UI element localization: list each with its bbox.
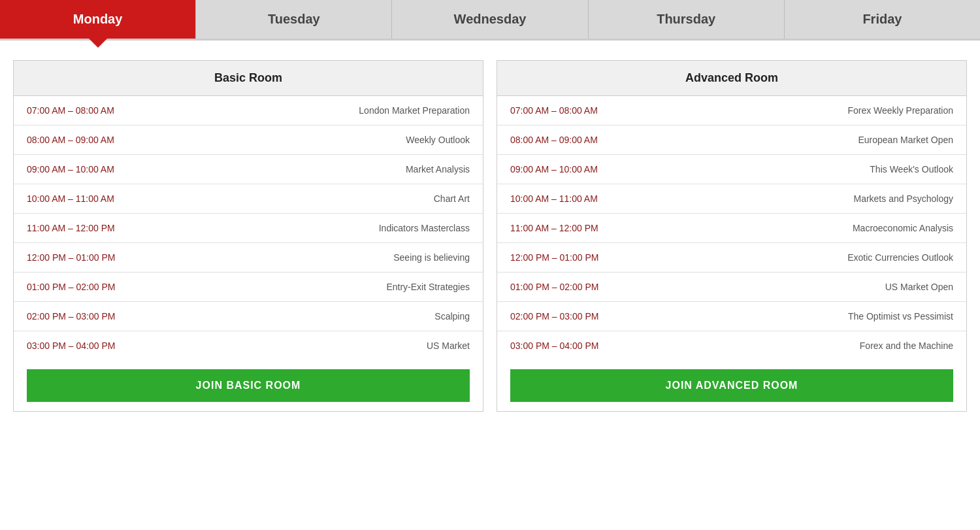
basic-room-title: Basic Room [14, 61, 483, 96]
session-name: Chart Art [434, 193, 470, 204]
advanced-schedule-row: 03:00 PM – 04:00 PMForex and the Machine [497, 331, 966, 360]
time-slot: 12:00 PM – 01:00 PM [27, 252, 131, 263]
time-slot: 09:00 AM – 10:00 AM [27, 164, 131, 174]
advanced-schedule-row: 09:00 AM – 10:00 AMThis Week's Outlook [497, 155, 966, 184]
advanced-schedule-row: 02:00 PM – 03:00 PMThe Optimist vs Pessi… [497, 302, 966, 331]
basic-schedule-row: 03:00 PM – 04:00 PMUS Market [14, 331, 483, 360]
tab-friday[interactable]: Friday [785, 0, 980, 39]
basic-schedule-row: 02:00 PM – 03:00 PMScalping [14, 302, 483, 331]
time-slot: 11:00 AM – 12:00 PM [27, 223, 131, 233]
advanced-room-schedule: 07:00 AM – 08:00 AMForex Weekly Preparat… [497, 96, 966, 360]
time-slot: 10:00 AM – 11:00 AM [27, 193, 131, 204]
time-slot: 11:00 AM – 12:00 PM [510, 223, 615, 233]
session-name: Scalping [434, 311, 470, 322]
session-name: US Market Open [885, 282, 953, 292]
time-slot: 03:00 PM – 04:00 PM [510, 340, 615, 351]
time-slot: 01:00 PM – 02:00 PM [510, 282, 615, 292]
time-slot: 03:00 PM – 04:00 PM [27, 340, 131, 351]
advanced-room-panel: Advanced Room 07:00 AM – 08:00 AMForex W… [497, 60, 967, 412]
session-name: Exotic Currencies Outlook [847, 252, 953, 263]
session-name: Indicators Masterclass [379, 223, 470, 233]
time-slot: 10:00 AM – 11:00 AM [510, 193, 615, 204]
day-tabs: MondayTuesdayWednesdayThursdayFriday [0, 0, 980, 41]
time-slot: 08:00 AM – 09:00 AM [510, 135, 615, 145]
time-slot: 01:00 PM – 02:00 PM [27, 282, 131, 292]
basic-schedule-row: 11:00 AM – 12:00 PMIndicators Masterclas… [14, 214, 483, 243]
basic-schedule-row: 07:00 AM – 08:00 AMLondon Market Prepara… [14, 96, 483, 125]
session-name: This Week's Outlook [870, 164, 953, 174]
time-slot: 09:00 AM – 10:00 AM [510, 164, 615, 174]
time-slot: 02:00 PM – 03:00 PM [510, 311, 615, 322]
basic-room-panel: Basic Room 07:00 AM – 08:00 AMLondon Mar… [13, 60, 483, 412]
advanced-room-title: Advanced Room [497, 61, 966, 96]
join-advanced-room-button[interactable]: JOIN ADVANCED ROOM [510, 369, 953, 402]
session-name: The Optimist vs Pessimist [848, 311, 953, 322]
session-name: Weekly Outlook [406, 135, 470, 145]
session-name: Forex Weekly Preparation [847, 105, 953, 116]
tab-thursday[interactable]: Thursday [589, 0, 785, 39]
basic-room-schedule: 07:00 AM – 08:00 AMLondon Market Prepara… [14, 96, 483, 360]
time-slot: 12:00 PM – 01:00 PM [510, 252, 615, 263]
time-slot: 02:00 PM – 03:00 PM [27, 311, 131, 322]
basic-schedule-row: 08:00 AM – 09:00 AMWeekly Outlook [14, 125, 483, 155]
time-slot: 08:00 AM – 09:00 AM [27, 135, 131, 145]
basic-schedule-row: 12:00 PM – 01:00 PMSeeing is believing [14, 243, 483, 273]
advanced-schedule-row: 12:00 PM – 01:00 PMExotic Currencies Out… [497, 243, 966, 273]
main-content: Basic Room 07:00 AM – 08:00 AMLondon Mar… [0, 41, 980, 425]
tab-wednesday[interactable]: Wednesday [392, 0, 588, 39]
session-name: London Market Preparation [359, 105, 470, 116]
session-name: Forex and the Machine [860, 340, 953, 351]
basic-schedule-row: 09:00 AM – 10:00 AMMarket Analysis [14, 155, 483, 184]
session-name: US Market [427, 340, 470, 351]
tab-tuesday[interactable]: Tuesday [196, 0, 392, 39]
session-name: Market Analysis [406, 164, 470, 174]
session-name: Seeing is believing [393, 252, 470, 263]
advanced-schedule-row: 11:00 AM – 12:00 PMMacroeconomic Analysi… [497, 214, 966, 243]
tab-monday[interactable]: Monday [0, 0, 196, 39]
basic-schedule-row: 01:00 PM – 02:00 PMEntry-Exit Strategies [14, 273, 483, 302]
time-slot: 07:00 AM – 08:00 AM [510, 105, 615, 116]
advanced-schedule-row: 08:00 AM – 09:00 AMEuropean Market Open [497, 125, 966, 155]
session-name: Entry-Exit Strategies [386, 282, 470, 292]
advanced-schedule-row: 01:00 PM – 02:00 PMUS Market Open [497, 273, 966, 302]
time-slot: 07:00 AM – 08:00 AM [27, 105, 131, 116]
session-name: Macroeconomic Analysis [853, 223, 953, 233]
session-name: Markets and Psychology [853, 193, 953, 204]
session-name: European Market Open [858, 135, 953, 145]
advanced-schedule-row: 10:00 AM – 11:00 AMMarkets and Psycholog… [497, 184, 966, 214]
basic-schedule-row: 10:00 AM – 11:00 AMChart Art [14, 184, 483, 214]
advanced-schedule-row: 07:00 AM – 08:00 AMForex Weekly Preparat… [497, 96, 966, 125]
join-basic-room-button[interactable]: JOIN BASIC ROOM [27, 369, 470, 402]
